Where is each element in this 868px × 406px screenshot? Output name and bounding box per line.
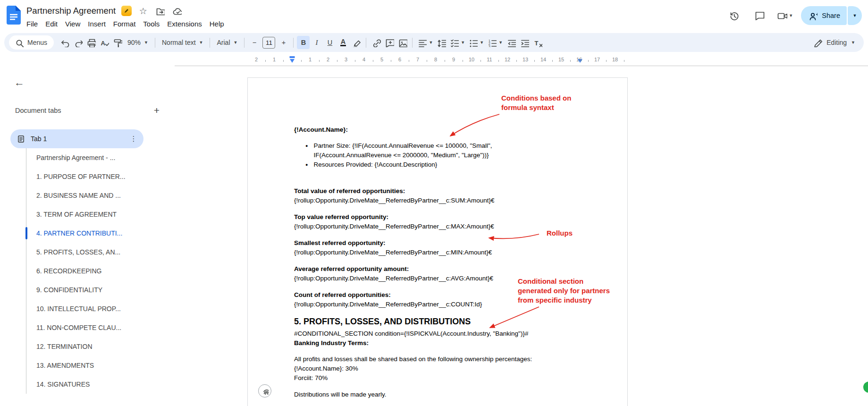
menu-format[interactable]: Format	[110, 18, 140, 29]
zoom-dropdown[interactable]: 90% ▼	[124, 36, 152, 49]
outline-item[interactable]: 1. PURPOSE OF PARTNER...	[26, 167, 175, 186]
editing-mode-dropdown[interactable]: Editing ▼	[809, 35, 859, 50]
menu-help[interactable]: Help	[206, 18, 228, 29]
checklist-dropdown[interactable]: ▼	[448, 36, 466, 49]
chevron-down-icon: ▼	[144, 41, 148, 45]
add-comment-button[interactable]	[383, 36, 396, 49]
tab-item-selected[interactable]: Tab 1 ⋮	[10, 129, 143, 148]
doc-rollup-label: Total value of referred opportunities:	[294, 186, 599, 196]
outline-item[interactable]: 13. AMENDMENTS	[26, 356, 175, 375]
undo-button[interactable]	[58, 36, 71, 49]
menu-edit[interactable]: Edit	[42, 18, 61, 29]
insert-image-button[interactable]	[396, 36, 409, 49]
chevron-down-icon: ▼	[234, 41, 238, 45]
align-dropdown[interactable]: ▼	[416, 36, 434, 49]
font-size-input[interactable]: 11	[262, 37, 275, 49]
chevron-down-icon: ▼	[429, 41, 433, 45]
version-history-icon[interactable]	[725, 6, 743, 25]
outline-item-label: 13. AMENDMENTS	[36, 362, 94, 369]
doc-rollup-block: Total value of referred opportunities: {…	[294, 186, 599, 205]
increase-indent-button[interactable]	[518, 36, 531, 49]
docs-logo-icon[interactable]	[7, 6, 21, 25]
cloud-status-icon[interactable]	[171, 5, 183, 17]
outline-item-label: Partnership Agreement - ...	[36, 154, 115, 161]
insert-link-button[interactable]	[370, 36, 382, 49]
print-button[interactable]	[84, 36, 97, 49]
document-page[interactable]: {!Account.Name}: ● Partner Size: {!IF(Ac…	[247, 77, 628, 406]
ruler-number: 12	[505, 57, 510, 62]
undo-icon	[60, 38, 69, 47]
redo-button[interactable]	[71, 36, 84, 49]
clear-formatting-button[interactable]: T	[531, 36, 544, 49]
ruler-tick	[498, 60, 499, 62]
tab-options-kebab-icon[interactable]: ⋮	[127, 135, 140, 143]
outline-item[interactable]: 6. RECORDKEEPING	[26, 262, 175, 280]
outline-item[interactable]: 9. CONFIDENTIALITY	[26, 280, 175, 299]
outline-item[interactable]: 11. NON-COMPETE CLAU...	[26, 318, 175, 337]
outline-item[interactable]: 3. TERM OF AGREEMENT	[26, 205, 175, 224]
outline-item[interactable]: 5. PROFITS, LOSSES, AN...	[26, 243, 175, 262]
line-spacing-icon	[437, 38, 446, 47]
text-color-button[interactable]: A	[337, 36, 349, 49]
menus-search-button[interactable]: Menus	[9, 35, 54, 50]
outline-item[interactable]: 10. INTELLECTUAL PROP...	[26, 299, 175, 318]
app-header: Partnership Agreement ☆ File Edit View I…	[0, 0, 868, 31]
doc-bullet-item: ● Partner Size: {!IF(Account.AnnualReven…	[305, 141, 599, 160]
numbered-list-dropdown[interactable]: 123 ▼	[486, 36, 504, 49]
menu-view[interactable]: View	[61, 18, 84, 29]
doc-banking-terms-label: Banking Industry Terms:	[294, 338, 599, 348]
paint-format-icon	[113, 38, 122, 47]
menu-insert[interactable]: Insert	[84, 18, 110, 29]
outline-item-label: 12. TERMINATION	[36, 343, 93, 350]
annotation-text: Conditions based on formula syntaxt	[501, 93, 571, 112]
highlight-color-button[interactable]	[350, 36, 362, 49]
menu-extensions[interactable]: Extensions	[163, 18, 205, 29]
bullet-icon: ●	[305, 141, 308, 160]
video-call-icon[interactable]: ▼	[775, 6, 794, 25]
menu-file[interactable]: File	[23, 18, 42, 29]
ruler-number: 4	[362, 57, 365, 62]
bullet-list-dropdown[interactable]: ▼	[467, 36, 485, 49]
star-icon[interactable]: ☆	[137, 5, 149, 17]
outline-item[interactable]: Partnership Agreement - ...	[26, 148, 175, 167]
outline-item[interactable]: 2. BUSINESS NAME AND ...	[26, 186, 175, 205]
google-docs-app: Partnership Agreement ☆ File Edit View I…	[0, 0, 868, 406]
increase-font-size-button[interactable]: +	[277, 36, 290, 49]
share-button[interactable]: Share	[801, 6, 847, 25]
back-button[interactable]: ←	[12, 76, 26, 90]
tab-doc-icon	[17, 135, 25, 143]
line-spacing-button[interactable]	[435, 36, 447, 49]
left-indent-marker[interactable]	[290, 59, 295, 63]
ruler-tick	[319, 60, 320, 62]
share-dropdown-button[interactable]: ▼	[848, 6, 862, 25]
document-title[interactable]: Partnership Agreement	[26, 6, 116, 16]
menu-tools[interactable]: Tools	[139, 18, 163, 29]
spellcheck-button[interactable]: A	[98, 36, 110, 49]
outline-item[interactable]: 4. PARTNER CONTRIBUTI...	[26, 224, 175, 243]
outline-item[interactable]: 14. SIGNATURES	[26, 375, 175, 394]
decrease-font-size-button[interactable]: −	[248, 36, 261, 49]
addon-badge-icon[interactable]	[121, 6, 132, 16]
italic-button[interactable]: I	[310, 36, 323, 49]
move-folder-icon[interactable]	[154, 5, 166, 17]
document-outline: Partnership Agreement - ...1. PURPOSE OF…	[26, 148, 175, 394]
redo-icon	[73, 38, 83, 47]
add-tab-button[interactable]: +	[150, 104, 163, 117]
ruler-number: 15	[558, 57, 564, 62]
font-dropdown[interactable]: Arial ▼	[213, 36, 241, 49]
ruler-tick	[283, 60, 284, 62]
document-canvas[interactable]: {!Account.Name}: ● Partner Size: {!IF(Ac…	[175, 66, 868, 406]
fingerprint-button[interactable]	[258, 384, 271, 398]
comments-icon[interactable]	[750, 6, 769, 25]
bold-button[interactable]: B	[297, 36, 310, 49]
outline-item[interactable]: 12. TERMINATION	[26, 337, 175, 356]
ruler-tick	[445, 60, 445, 62]
paint-format-button[interactable]	[111, 36, 124, 49]
doc-bullet-text: Partner Size: {!IF(Account.AnnualRevenue…	[313, 141, 502, 160]
decrease-indent-button[interactable]	[505, 36, 517, 49]
ruler-tick	[409, 60, 409, 62]
first-line-indent-marker[interactable]	[290, 56, 295, 58]
paragraph-style-dropdown[interactable]: Normal text ▼	[159, 36, 207, 49]
toolbar-wrap: Menus A 90% ▼ Normal text	[0, 31, 868, 55]
underline-button[interactable]: U	[323, 36, 336, 49]
